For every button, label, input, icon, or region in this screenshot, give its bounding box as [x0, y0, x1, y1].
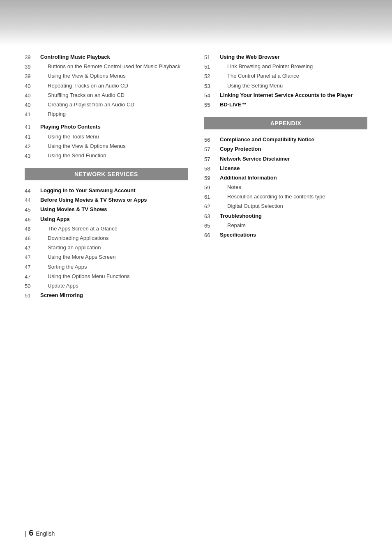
- toc-label: Link Browsing and Pointer Browsing: [220, 63, 313, 70]
- toc-number: 41: [25, 110, 40, 118]
- toc-entry: 66Specifications: [204, 231, 367, 239]
- network-toc-section: 44Logging In to Your Samsung Account44Be…: [25, 187, 188, 299]
- toc-entry: 55BD-LIVE™: [204, 101, 367, 109]
- toc-entry: 42Using the View & Options Menus: [25, 143, 188, 150]
- toc-label: Digital Output Selection: [220, 203, 283, 210]
- toc-label: Logging In to Your Samsung Account: [40, 187, 136, 194]
- toc-number: 58: [204, 165, 220, 173]
- toc-number: 46: [25, 235, 40, 242]
- toc-entry: 40Creating a Playlist from an Audio CD: [25, 101, 188, 109]
- toc-entry: 44Logging In to Your Samsung Account: [25, 187, 188, 195]
- toc-entry: 47Starting an Application: [25, 244, 188, 252]
- toc-label: Linking Your Internet Service Accounts t…: [220, 92, 353, 99]
- toc-number: 45: [25, 206, 40, 214]
- toc-number: 54: [204, 92, 220, 99]
- toc-number: 57: [204, 145, 220, 153]
- toc-label: Copy Protection: [220, 145, 261, 153]
- toc-entry: 47Using the More Apps Screen: [25, 253, 188, 261]
- toc-label: Using Apps: [40, 216, 70, 223]
- toc-label: Network Service Disclaimer: [220, 155, 290, 163]
- toc-label: Using the Tools Menu: [40, 133, 99, 140]
- toc-label: Additional Information: [220, 174, 277, 182]
- toc-label: BD-LIVE™: [220, 101, 247, 108]
- toc-label: Using the Web Browser: [220, 53, 280, 61]
- toc-label: Using the Options Menu Functions: [40, 273, 129, 280]
- appendix-header: APPENDIX: [204, 117, 367, 129]
- toc-number: 52: [204, 72, 220, 80]
- toc-entry: 63Troubleshooting: [204, 212, 367, 220]
- toc-label: Using the More Apps Screen: [40, 253, 115, 261]
- toc-entry: 46Downloading Applications: [25, 235, 188, 242]
- network-services-header: NETWORK SERVICES: [25, 168, 188, 180]
- right-column: 51Using the Web Browser51Link Browsing a…: [204, 53, 367, 301]
- toc-label: Playing Photo Contents: [40, 123, 101, 131]
- toc-label: The Control Panel at a Glance: [220, 72, 299, 80]
- toc-entry: 61Resolution according to the contents t…: [204, 193, 367, 201]
- toc-number: 55: [204, 101, 220, 109]
- music-toc-section: 39Controlling Music Playback39Buttons on…: [25, 53, 188, 118]
- toc-number: 57: [204, 155, 220, 163]
- toc-number: 51: [204, 53, 220, 61]
- toc-number: 63: [204, 212, 220, 220]
- toc-number: 47: [25, 253, 40, 261]
- toc-number: 39: [25, 53, 40, 61]
- toc-label: Using the View & Options Menus: [40, 143, 126, 150]
- toc-number: 59: [204, 184, 220, 191]
- toc-number: 40: [25, 101, 40, 109]
- toc-number: 47: [25, 273, 40, 281]
- toc-entry: 52The Control Panel at a Glance: [204, 72, 367, 80]
- toc-entry: 46The Apps Screen at a Glance: [25, 225, 188, 233]
- toc-number: 61: [204, 193, 220, 201]
- toc-label: Ripping: [40, 110, 66, 118]
- toc-label: License: [220, 165, 240, 172]
- toc-label: Compliance and Compatibility Notice: [220, 136, 314, 143]
- toc-number: 44: [25, 187, 40, 195]
- toc-entry: 57Network Service Disclaimer: [204, 155, 367, 163]
- toc-number: 47: [25, 263, 40, 271]
- toc-entry: 44Before Using Movies & TV Shows or Apps: [25, 196, 188, 204]
- toc-entry: 51Screen Mirroring: [25, 292, 188, 299]
- toc-label: Controlling Music Playback: [40, 53, 110, 61]
- toc-entry: 41Playing Photo Contents: [25, 123, 188, 131]
- toc-entry: 51Link Browsing and Pointer Browsing: [204, 63, 367, 71]
- toc-number: 43: [25, 152, 40, 160]
- toc-number: 46: [25, 216, 40, 223]
- footer-pipe: |: [25, 530, 26, 537]
- toc-number: 53: [204, 82, 220, 90]
- toc-number: 65: [204, 222, 220, 230]
- toc-label: Downloading Applications: [40, 235, 108, 242]
- toc-number: 56: [204, 136, 220, 144]
- toc-entry: 54Linking Your Internet Service Accounts…: [204, 92, 367, 99]
- toc-number: 46: [25, 225, 40, 233]
- toc-label: Using the Setting Menu: [220, 82, 283, 90]
- toc-number: 59: [204, 174, 220, 182]
- toc-entry: 62Digital Output Selection: [204, 203, 367, 210]
- toc-number: 51: [25, 292, 40, 299]
- toc-entry: 56Compliance and Compatibility Notice: [204, 136, 367, 144]
- toc-entry: 59Additional Information: [204, 174, 367, 182]
- toc-entry: 41Using the Tools Menu: [25, 133, 188, 141]
- toc-number: 44: [25, 196, 40, 204]
- toc-entry: 51Using the Web Browser: [204, 53, 367, 61]
- toc-label: Troubleshooting: [220, 212, 262, 220]
- toc-number: 40: [25, 82, 40, 90]
- toc-entry: 39Buttons on the Remote Control used for…: [25, 63, 188, 71]
- toc-number: 62: [204, 203, 220, 210]
- toc-entry: 41Ripping: [25, 110, 188, 118]
- toc-entry: 46Using Apps: [25, 216, 188, 223]
- toc-entry: 45Using Movies & TV Shows: [25, 206, 188, 214]
- toc-label: Creating a Playlist from an Audio CD: [40, 101, 134, 108]
- toc-label: Buttons on the Remote Control used for M…: [40, 63, 180, 70]
- toc-entry: 39Using the View & Options Menus: [25, 72, 188, 80]
- toc-label: Repairs: [220, 222, 246, 229]
- toc-label: Using the View & Options Menus: [40, 72, 126, 80]
- toc-label: Resolution according to the contents typ…: [220, 193, 325, 200]
- left-column: 39Controlling Music Playback39Buttons on…: [25, 53, 188, 301]
- toc-number: 39: [25, 72, 40, 80]
- toc-label: Starting an Application: [40, 244, 101, 251]
- toc-number: 41: [25, 133, 40, 141]
- toc-number: 51: [204, 63, 220, 71]
- toc-number: 50: [25, 282, 40, 290]
- toc-entry: 47Using the Options Menu Functions: [25, 273, 188, 281]
- page-number: 6: [29, 528, 33, 538]
